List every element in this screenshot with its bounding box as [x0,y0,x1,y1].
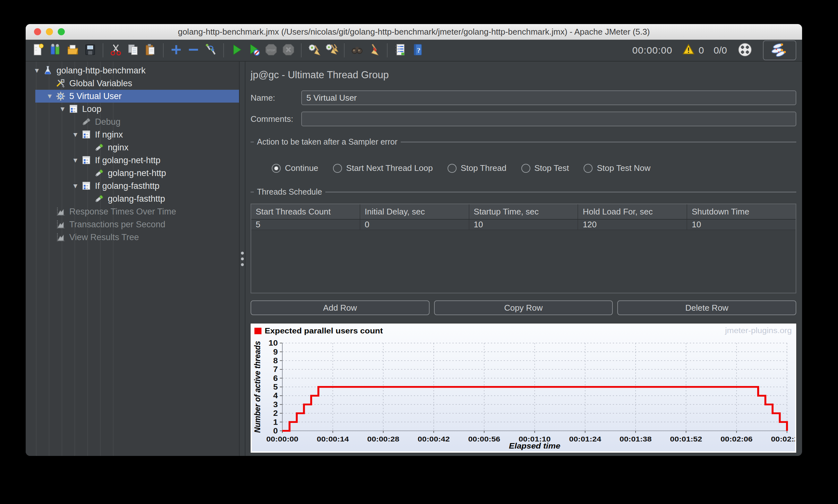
tree-item-label: If nginx [95,130,123,140]
radio-start-next-thread-loop[interactable]: Start Next Thread Loop [333,163,433,173]
tree-item-if-golang-net-http[interactable]: ▼If golang-net-http [26,154,239,167]
radio-stop-thread[interactable]: Stop Thread [448,163,507,173]
test-plan-tree: ▼golang-http-benchmarkGlobal Variables▼5… [26,61,240,456]
toggle-button[interactable] [203,42,219,59]
stop-icon: STOP [264,43,278,58]
row-buttons: Add RowCopy RowDelete Row [250,301,796,315]
column-header-startup-time-sec[interactable]: Startup Time, sec [469,204,578,219]
tree-item-transactions-per-second[interactable]: Transactions per Second [26,218,239,231]
shutdown-icon [281,43,296,58]
expand-arrow-icon[interactable]: ▼ [44,92,55,100]
help-button[interactable]: ? [409,42,425,59]
search-button[interactable] [349,42,365,59]
start-no-timers-button[interactable] [246,42,262,59]
paste-icon [143,43,158,58]
fullscreen-window-button[interactable] [58,28,65,35]
svg-text:2: 2 [273,409,278,417]
schedule-cell[interactable]: 120 [578,220,687,230]
tree-item-global-variables[interactable]: Global Variables [26,77,239,90]
tree-item-if-nginx[interactable]: ▼If nginx [26,128,239,141]
templates-icon [49,43,63,58]
warning-count: 0 [699,45,704,56]
cut-icon [109,43,123,58]
expand-arrow-icon[interactable]: ▼ [32,67,42,74]
schedule-cell[interactable]: 10 [687,220,796,230]
add-row-button[interactable]: Add Row [250,301,430,315]
svg-text:STOP: STOP [267,49,276,52]
svg-text:9: 9 [273,347,278,356]
tree-item-golang-fasthttp[interactable]: golang-fasthttp [26,192,239,205]
schedule-row[interactable]: 501012010 [251,220,796,230]
tree-item-label: Global Variables [69,78,132,89]
start-button[interactable] [228,42,244,59]
radio-circle-icon [272,164,281,173]
comments-field-row: Comments: [250,112,796,126]
expand-arrow-icon[interactable]: ▼ [70,157,81,164]
save-button[interactable] [82,42,98,59]
elapsed-timer: 00:00:00 [632,45,673,56]
tree-item-golang-http-benchmark[interactable]: ▼golang-http-benchmark [26,64,239,77]
comments-input[interactable] [301,112,796,126]
titlebar[interactable]: golang-http-benchmark.jmx (/Users/nicola… [26,24,802,40]
sampler-error-group-label: Action to be taken after a Sampler error [257,137,398,146]
svg-text:00:02:20: 00:02:20 [771,435,795,443]
add-button[interactable] [168,42,184,59]
tree-item-debug[interactable]: Debug [26,115,239,128]
svg-text:0: 0 [273,427,278,435]
test-plan-icon [42,65,53,76]
radio-label: Stop Test Now [597,163,650,173]
templates-button[interactable] [48,42,64,59]
new-file-icon [31,43,45,58]
panel-splitter[interactable] [240,61,245,456]
tree-item-nginx[interactable]: nginx [26,141,239,154]
minimize-window-button[interactable] [46,28,53,35]
tree-item-loop[interactable]: ▼Loop [26,103,239,115]
paste-button[interactable] [142,42,158,59]
schedule-cell[interactable]: 10 [469,220,578,230]
plugins-manager-button[interactable] [763,40,796,60]
schedule-cell[interactable]: 0 [360,220,469,230]
expand-arrow-icon[interactable]: ▼ [70,131,81,139]
delete-row-button[interactable]: Delete Row [617,301,796,315]
clear-button[interactable] [306,42,322,59]
tree-item-view-results-tree[interactable]: View Results Tree [26,231,239,244]
column-header-hold-load-for-sec[interactable]: Hold Load For, sec [578,204,687,219]
tree-item-label: golang-net-http [108,168,166,178]
name-input[interactable] [301,90,796,105]
toolbar-separator [301,43,301,57]
column-header-initial-delay-sec[interactable]: Initial Delay, sec [360,204,469,219]
tree-item-if-golang-fasthttp[interactable]: ▼If golang-fasthttp [26,180,239,192]
comments-label: Comments: [250,114,301,124]
radio-stop-test[interactable]: Stop Test [521,163,569,173]
schedule-cell[interactable]: 5 [251,220,360,230]
column-header-shutdown-time[interactable]: Shutdown Time [687,204,796,219]
column-header-start-threads-count[interactable]: Start Threads Count [251,204,360,219]
clear-all-button[interactable] [324,42,339,59]
cut-button[interactable] [108,42,124,59]
threads-schedule-table[interactable]: Start Threads CountInitial Delay, secSta… [250,203,796,293]
close-window-button[interactable] [34,28,41,35]
threads-schedule-label: Threads Schedule [257,187,322,197]
function-helper-button[interactable] [392,42,408,59]
svg-text:4: 4 [273,391,278,400]
svg-text:00:01:24: 00:01:24 [569,435,601,443]
copy-row-button[interactable]: Copy Row [434,301,613,315]
svg-text:6: 6 [273,374,278,382]
search-reset-button[interactable] [366,42,382,59]
tree-item-response-times-over-time[interactable]: Response Times Over Time [26,205,239,218]
copy-button[interactable] [125,42,141,59]
tree-item-golang-net-http[interactable]: golang-net-http [26,167,239,180]
plugins-rockets-icon [770,42,789,59]
expand-arrow-icon[interactable]: ▼ [70,182,81,190]
log-warnings-indicator[interactable]: 0 [682,43,704,58]
svg-text:8: 8 [273,356,278,365]
tree-item-5-virtual-user[interactable]: ▼5 Virtual User [26,90,239,103]
open-file-button[interactable] [65,42,81,59]
expand-arrow-icon[interactable]: ▼ [57,105,68,113]
radio-continue[interactable]: Continue [272,163,318,173]
remote-start-icon[interactable] [737,41,753,59]
new-file-button[interactable] [30,42,46,59]
svg-text:00:00:00: 00:00:00 [266,435,298,443]
remove-button[interactable] [186,42,202,59]
radio-stop-test-now[interactable]: Stop Test Now [583,163,650,173]
